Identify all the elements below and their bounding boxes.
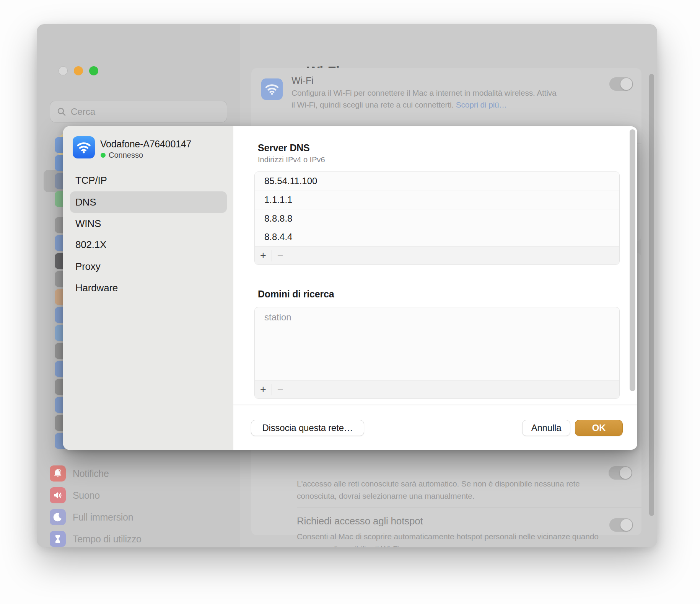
- speaker-icon: [50, 487, 66, 503]
- hotspot-description-line2: non sono disponibili reti Wi-Fi.: [297, 544, 402, 547]
- sidebar-item-label: Full immersion: [73, 512, 133, 523]
- known-networks-note-line1: L'accesso alle reti conosciute sarà auto…: [297, 479, 580, 488]
- search-input[interactable]: Cerca: [50, 101, 227, 122]
- cancel-button[interactable]: Annulla: [522, 420, 570, 436]
- network-status: Connesso: [101, 151, 143, 160]
- sidebar-item-label: Notifiche: [73, 468, 109, 479]
- hotspot-setting-title: Richiedi accesso agli hotspot: [297, 515, 423, 527]
- connected-status-icon: [101, 153, 106, 158]
- network-status-label: Connesso: [109, 151, 143, 160]
- tab-dns[interactable]: DNS: [70, 191, 227, 213]
- tab-wins[interactable]: WINS: [70, 213, 227, 234]
- sidebar-item-label: Suono: [73, 490, 100, 501]
- add-domain-button[interactable]: +: [255, 384, 272, 395]
- wifi-card-title: Wi-Fi: [291, 75, 313, 86]
- dns-entry[interactable]: 8.8.8.8: [255, 209, 619, 228]
- auto-join-toggle[interactable]: [609, 466, 632, 480]
- domains-list-footer: + −: [255, 380, 619, 398]
- remove-domain-button[interactable]: −: [272, 384, 289, 395]
- sidebar-item-focus[interactable]: Full immersion: [50, 508, 133, 526]
- sidebar-item-screen-time[interactable]: Tempo di utilizzo: [50, 530, 142, 547]
- add-dns-button[interactable]: +: [255, 250, 272, 261]
- dialog-footer-divider: [233, 405, 637, 405]
- wifi-app-icon: [261, 78, 283, 100]
- server-dns-subtitle: Indirizzi IPv4 o IPv6: [258, 155, 325, 164]
- search-placeholder: Cerca: [71, 106, 95, 117]
- sidebar-item-label: Tempo di utilizzo: [73, 534, 142, 545]
- known-networks-note-line2: conosciuta, dovrai selezionarne una manu…: [297, 491, 474, 501]
- learn-more-link[interactable]: Scopri di più…: [456, 100, 507, 109]
- window-scrollbar[interactable]: [649, 74, 654, 516]
- network-name: Vodafone-A76400147: [100, 139, 191, 150]
- sidebar-item-notifications[interactable]: Notifiche: [50, 464, 109, 483]
- search-domains-title: Domini di ricerca: [258, 289, 334, 300]
- search-icon: [57, 107, 66, 116]
- minimize-button[interactable]: [74, 66, 83, 75]
- wifi-network-icon: [73, 136, 95, 158]
- wifi-toggle[interactable]: [609, 77, 633, 91]
- server-dns-title: Server DNS: [258, 142, 310, 153]
- zoom-button[interactable]: [89, 66, 98, 75]
- dns-list-footer: + −: [255, 246, 619, 264]
- hourglass-icon: [50, 531, 66, 547]
- tab-8021x[interactable]: 802.1X: [70, 234, 227, 255]
- ok-button[interactable]: OK: [575, 420, 623, 436]
- card-separator: [297, 508, 641, 508]
- tab-proxy[interactable]: Proxy: [70, 256, 227, 277]
- wifi-card-description-line2: il Wi-Fi, quindi scegli una rete a cui c…: [291, 100, 507, 109]
- dns-entry[interactable]: 85.54.11.100: [255, 172, 619, 191]
- wifi-card-description-line1: Configura il Wi-Fi per connettere il Mac…: [291, 88, 556, 98]
- dns-entry[interactable]: 8.8.4.4: [255, 228, 619, 246]
- tab-hardware[interactable]: Hardware: [70, 277, 227, 299]
- dialog-sidebar: Vodafone-A76400147 Connesso TCP/IP DNS W…: [63, 126, 233, 450]
- dns-server-list: 85.54.11.100 1.1.1.1 8.8.8.8 8.8.4.4 + −: [254, 171, 620, 265]
- dissociate-network-button[interactable]: Dissocia questa rete…: [251, 420, 364, 436]
- dialog-scrollbar[interactable]: [630, 129, 635, 391]
- search-domains-list: station + −: [254, 307, 620, 399]
- desktop-background: Cerca Mauro Notarianni Apple Account: [0, 0, 700, 604]
- tab-tcpip[interactable]: TCP/IP: [70, 170, 227, 191]
- sidebar-item-sound[interactable]: Suono: [50, 486, 100, 504]
- dns-entry[interactable]: 1.1.1.1: [255, 191, 619, 209]
- hotspot-toggle[interactable]: [609, 518, 633, 532]
- toggle-knob: [620, 467, 632, 479]
- remove-dns-button[interactable]: −: [272, 250, 289, 261]
- search-domain-entry[interactable]: station: [264, 312, 291, 323]
- toggle-knob: [620, 78, 632, 90]
- toggle-knob: [620, 519, 632, 531]
- close-button[interactable]: [59, 66, 68, 75]
- moon-icon: [50, 509, 66, 525]
- bell-icon: [50, 465, 66, 482]
- network-details-dialog: Vodafone-A76400147 Connesso TCP/IP DNS W…: [63, 126, 637, 450]
- hotspot-description-line1: Consenti al Mac di scoprire automaticame…: [297, 532, 599, 541]
